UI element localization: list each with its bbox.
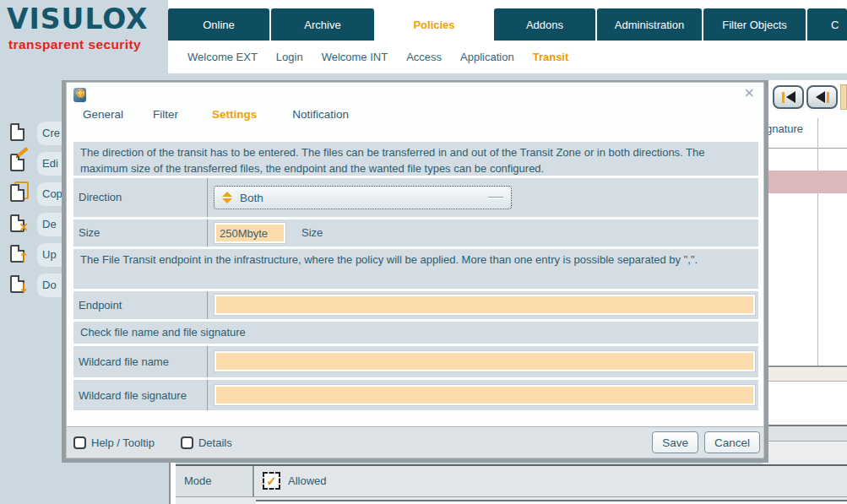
header: Online Archive Policies Addons Administr…: [168, 0, 847, 73]
pager-previous-button[interactable]: [806, 85, 838, 109]
panel-divider-band: [763, 425, 847, 442]
logo-panel: VISULOX transparent security: [0, 0, 168, 73]
diamond-arrows-icon: [222, 192, 232, 203]
size-suffix-label: Size: [301, 226, 323, 239]
dialog-tab-settings[interactable]: Settings: [212, 108, 257, 121]
dialog-tab-general[interactable]: General: [83, 108, 123, 121]
help-tooltip-checkbox[interactable]: [73, 436, 86, 449]
endpoint-description: The File Transit endpoint in the infrast…: [73, 249, 758, 289]
table-column-divider: [817, 118, 818, 366]
wildcard-signature-input[interactable]: [214, 384, 756, 406]
direction-description: The direction of the transit has to be e…: [73, 142, 758, 176]
signature-column-header: gnature: [766, 122, 803, 135]
content-panel-left-edge: [169, 463, 176, 504]
subnav-welcome-ext[interactable]: Welcome EXT: [187, 51, 258, 63]
endpoint-row: Endpoint: [73, 291, 758, 319]
save-button[interactable]: Save: [652, 431, 698, 453]
mode-row-border: [176, 496, 847, 497]
policies-table-panel: gnature: [763, 80, 847, 464]
wildcard-signature-row: Wildcard file signature: [73, 380, 758, 410]
wildcard-name-row: Wildcard file name: [73, 346, 758, 377]
direction-row: Direction Both: [73, 178, 758, 217]
wildcard-signature-label: Wildcard file signature: [79, 389, 187, 402]
tab-administration[interactable]: Administration: [597, 8, 702, 41]
details-label: Details: [198, 436, 232, 449]
subnav-application[interactable]: Application: [460, 51, 514, 63]
direction-selected-value: Both: [240, 192, 263, 204]
transit-policy-dialog: × General Filter Settings Notification T…: [66, 82, 764, 458]
tab-policies[interactable]: Policies: [376, 8, 492, 41]
next-row-edge: [256, 500, 847, 504]
tab-filter-objects[interactable]: Filter Objects: [703, 8, 806, 41]
subnav-welcome-int[interactable]: Welcome INT: [322, 51, 388, 63]
mode-label-cell: Mode: [176, 466, 254, 496]
left-arrow-icon: [786, 91, 795, 103]
mode-form-row: Mode ✓ Allowed: [176, 464, 847, 504]
direction-label: Direction: [79, 191, 122, 203]
details-checkbox[interactable]: [181, 436, 193, 449]
delete-x-icon: ×: [19, 221, 30, 234]
pager-first-button[interactable]: [773, 85, 804, 109]
tab-archive[interactable]: Archive: [271, 8, 374, 41]
check-note: Check file name and file signature: [73, 322, 758, 344]
dialog-footer: Help / Tooltip Details Save Cancel: [67, 426, 763, 458]
table-footer-band: [763, 368, 847, 382]
brand-logo: VISULOX: [7, 3, 149, 35]
subnav-transit[interactable]: Transit: [533, 51, 569, 63]
subnav-login[interactable]: Login: [276, 51, 303, 63]
size-row: Size Size: [73, 219, 758, 247]
brand-tagline: transparent security: [8, 37, 141, 52]
tab-online[interactable]: Online: [168, 8, 269, 41]
create-document-icon: [10, 123, 24, 141]
table-row-highlighted[interactable]: [763, 171, 847, 193]
field-divider: [207, 380, 208, 410]
mode-value-cell: ✓ Allowed: [256, 466, 847, 496]
dialog-tabs: General Filter Settings Notification: [83, 108, 349, 121]
panel-lower-band: [763, 442, 847, 464]
policies-sub-nav: Welcome EXT Login Welcome INT Access App…: [168, 41, 847, 73]
wildcard-name-input[interactable]: [214, 350, 756, 372]
size-input[interactable]: [214, 222, 286, 244]
size-label: Size: [79, 226, 100, 239]
endpoint-input[interactable]: [214, 294, 756, 316]
help-tooltip-label: Help / Tooltip: [91, 436, 155, 449]
wildcard-name-label: Wildcard file name: [79, 355, 169, 368]
close-icon[interactable]: ×: [744, 86, 755, 100]
endpoint-label: Endpoint: [79, 299, 122, 312]
dialog-tab-filter[interactable]: Filter: [153, 108, 178, 121]
tab-cut-off[interactable]: C: [807, 8, 847, 41]
cancel-button[interactable]: Cancel: [704, 431, 760, 453]
prev-bar-icon: [827, 92, 829, 103]
dialog-app-icon: [73, 88, 86, 102]
combo-handle-icon: [488, 197, 503, 198]
field-divider: [207, 219, 208, 247]
dialog-tab-notification[interactable]: Notification: [292, 108, 349, 121]
tab-addons[interactable]: Addons: [494, 8, 595, 41]
copy-document-icon: [10, 184, 24, 202]
field-divider: [207, 346, 208, 377]
pager-page-box[interactable]: [840, 84, 847, 110]
table-header-border: [763, 148, 847, 149]
field-divider: [207, 291, 208, 319]
direction-select[interactable]: Both: [214, 186, 512, 209]
left-arrow-icon: [816, 91, 825, 103]
mode-value-label: Allowed: [288, 474, 327, 487]
download-arrow-icon: ↓: [19, 282, 30, 295]
mode-allowed-checkbox[interactable]: ✓: [263, 472, 280, 490]
transit-policy-dialog-frame: × General Filter Settings Notification T…: [62, 80, 768, 463]
mode-label: Mode: [184, 474, 212, 487]
field-divider: [207, 178, 208, 217]
table-bottom-border: [763, 366, 847, 367]
first-bar-icon: [782, 92, 785, 103]
upload-arrow-icon: ↑: [19, 252, 30, 264]
subnav-access[interactable]: Access: [406, 51, 442, 63]
